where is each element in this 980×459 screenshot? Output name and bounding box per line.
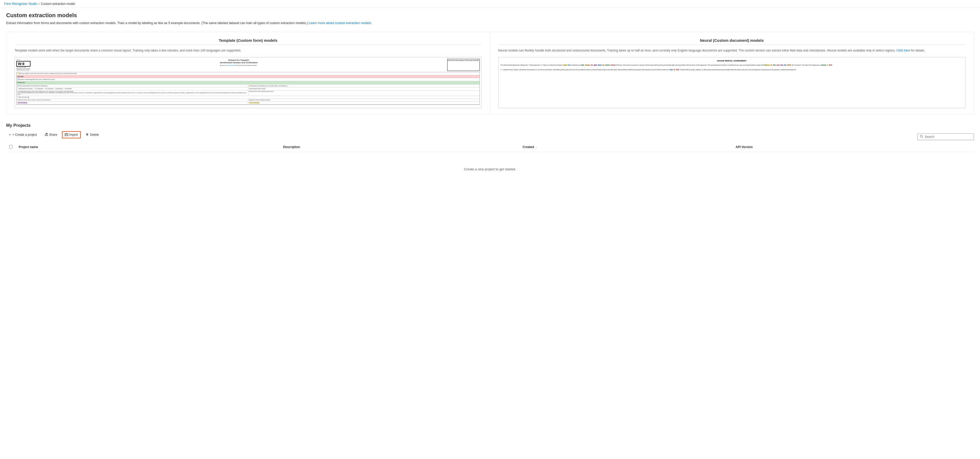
empty-state: Create a new project to get started. <box>6 152 974 186</box>
toolbar-row: + + Create a project Share <box>6 131 974 142</box>
created-column-header[interactable]: Created ↓ <box>519 142 732 152</box>
delete-button[interactable]: Delete <box>83 131 102 138</box>
import-button[interactable]: Import <box>62 131 81 138</box>
search-icon <box>920 135 923 139</box>
project-name-column-header[interactable]: Project name <box>16 142 280 152</box>
click-here-link[interactable]: Click here <box>897 49 910 52</box>
sort-icon: ↓ <box>536 146 537 149</box>
w9-preview: Form W-9 Rev. October 2018 Department of… <box>14 57 482 108</box>
projects-toolbar: + + Create a project Share <box>6 131 102 138</box>
import-icon <box>65 133 68 137</box>
search-container <box>918 133 974 140</box>
my-projects-heading: My Projects <box>6 123 974 128</box>
neural-model-title: Neural (Custom document) models <box>498 38 966 45</box>
template-model-desc: Template models work well when the targe… <box>14 48 482 53</box>
search-input[interactable] <box>925 135 972 138</box>
rental-preview: HOUSE RENTAL AGREEMENT This House Rental… <box>498 57 966 108</box>
api-version-column-header[interactable]: API Version <box>733 142 974 152</box>
breadcrumb-current: Custom extraction model <box>41 2 75 6</box>
description-column-header[interactable]: Description <box>280 142 519 152</box>
page-description: Extract information from forms and docum… <box>6 21 974 25</box>
delete-icon <box>86 133 89 137</box>
page-title: Custom extraction models <box>6 12 974 19</box>
w9-form-number: W-9 <box>16 61 30 67</box>
search-input-wrapper[interactable] <box>918 133 974 140</box>
breadcrumb-separator: > <box>38 2 40 5</box>
checkbox-column-header <box>6 142 16 152</box>
neural-model-card: Neural (Custom document) models Neural m… <box>490 32 974 114</box>
template-model-card: Template (Custom form) models Template m… <box>6 32 490 114</box>
model-cards-container: Template (Custom form) models Template m… <box>6 32 974 115</box>
w9-give-form-note: Give Form to the requester. Do not send … <box>447 59 480 71</box>
breadcrumb: Form Recognizer Studio > Custom extracti… <box>0 0 980 8</box>
select-all-checkbox[interactable] <box>9 145 13 148</box>
share-icon <box>45 133 48 137</box>
plus-icon: + <box>9 133 11 137</box>
create-project-button[interactable]: + + Create a project <box>6 131 40 138</box>
neural-model-desc: Neural models can flexibly handle both s… <box>498 48 966 53</box>
learn-more-link[interactable]: Learn more about custom extraction model… <box>309 21 372 25</box>
template-model-title: Template (Custom form) models <box>14 38 482 45</box>
share-button[interactable]: Share <box>42 131 60 138</box>
projects-table: Project name Description Created ↓ API V… <box>6 142 974 152</box>
breadcrumb-parent-link[interactable]: Form Recognizer Studio <box>4 2 37 6</box>
